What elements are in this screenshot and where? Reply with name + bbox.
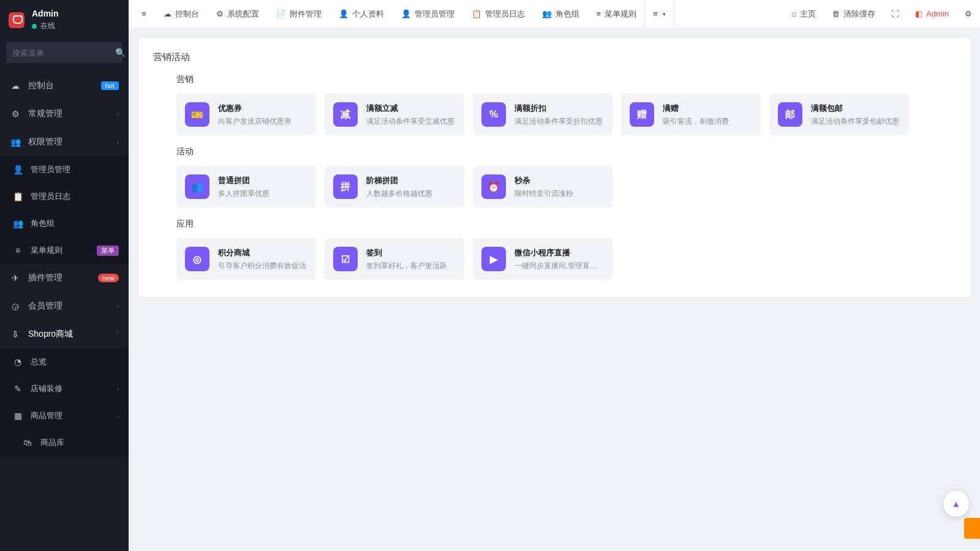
search-input[interactable]	[12, 48, 115, 58]
topbar-label: 菜单规则	[605, 9, 636, 20]
sidebar-subitem-店铺装修[interactable]: ✎店铺装修›	[0, 375, 129, 402]
topbar-item-清除缓存[interactable]: 🗑清除缓存	[824, 0, 883, 28]
topbar-item-控制台[interactable]: ☁控制台	[156, 0, 207, 28]
panel: 营销活动 营销🎫优惠券向客户发送店铺优惠券减满额立减满足活动条件享受立减优惠%满…	[138, 38, 970, 297]
user-block[interactable]: Admin 在线	[32, 9, 59, 31]
chevron-icon: ›	[117, 386, 119, 392]
chevron-icon: ›	[117, 413, 119, 419]
sidebar-subitem-管理员日志[interactable]: 📋管理员日志	[0, 183, 129, 210]
topbar-item-附件管理[interactable]: 📄附件管理	[268, 0, 330, 28]
card-desc: 满足活动条件享受包邮优惠	[811, 116, 899, 127]
sidebar-header: Admin 在线	[0, 0, 129, 37]
card-积分商城[interactable]: ◎积分商城引导客户积分消费有效促活	[176, 238, 316, 280]
card-desc: 人数越多价格越优惠	[366, 189, 432, 199]
chevron-icon: ›	[117, 111, 119, 118]
card-满额立减[interactable]: 减满额立减满足活动条件享受立减优惠	[325, 94, 464, 135]
card-desc: 向客户发送店铺优惠券	[218, 116, 292, 127]
card-icon: 减	[333, 102, 358, 127]
side-tag[interactable]	[964, 518, 980, 539]
list-icon: ≡	[653, 9, 658, 18]
badge: new	[98, 274, 119, 282]
sidebar-subitem-商品管理[interactable]: ▦商品管理›	[0, 402, 129, 429]
sidebar-menu: ☁控制台hot⚙常规管理›👥权限管理›👤管理员管理📋管理员日志👥角色组≡菜单规则…	[0, 72, 129, 456]
card-text: 满额折扣满足活动条件享受折扣优惠	[514, 103, 603, 127]
topbar-item-管理员管理[interactable]: 👤管理员管理	[393, 0, 462, 28]
topbar-item-⚙[interactable]: ⚙	[957, 0, 980, 28]
brand-logo	[9, 12, 24, 28]
card-icon: ▶	[481, 247, 506, 271]
topbar-item-角色组[interactable]: 👥角色组	[534, 0, 587, 28]
card-icon: 邮	[778, 102, 802, 127]
search-icon[interactable]: 🔍	[115, 48, 126, 58]
sidebar-subitem-总览[interactable]: ◔总览	[0, 348, 129, 375]
status-text: 在线	[40, 21, 55, 31]
card-text: 优惠券向客户发送店铺优惠券	[218, 103, 292, 127]
sidebar: Admin 在线 🔍 ☁控制台hot⚙常规管理›👥权限管理›👤管理员管理📋管理员…	[0, 0, 129, 551]
section-title-应用: 应用	[176, 219, 956, 230]
topbar-item-管理员日志[interactable]: 📋管理员日志	[464, 0, 533, 28]
topbar-dropdown[interactable]: ≡ ▾	[644, 0, 674, 28]
topbar-item-主页[interactable]: ⌂主页	[783, 0, 824, 28]
topbar-label: 主页	[800, 9, 816, 20]
menu-icon: 👤	[12, 165, 23, 174]
chevron-icon: ˅	[116, 331, 119, 338]
card-desc: 吸引客流，刺激消费	[663, 116, 729, 127]
card-desc: 签到享好礼，客户更活跃	[366, 261, 447, 271]
card-grid: 👥普通拼团多人拼团享优惠拼阶梯拼团人数越多价格越优惠⏰秒杀限时特卖引流涨粉	[153, 166, 956, 208]
menu-label: 权限管理	[28, 137, 117, 148]
topbar-item-个人资料[interactable]: 👤个人资料	[331, 0, 392, 28]
sidebar-subitem-角色组[interactable]: 👥角色组	[0, 210, 129, 237]
topbar-item-系统配置[interactable]: ⚙系统配置	[208, 0, 267, 28]
topbar-item-菜单规则[interactable]: ≡菜单规则	[589, 0, 645, 28]
card-icon: 🎫	[185, 102, 209, 127]
sidebar-item-控制台[interactable]: ☁控制台hot	[0, 72, 129, 100]
card-desc: 引导客户积分消费有效促活	[218, 261, 306, 271]
card-满额包邮[interactable]: 邮满额包邮满足活动条件享受包邮优惠	[769, 94, 909, 135]
card-微信小程序直播[interactable]: ▶微信小程序直播一键同步直播间,管理直播间	[473, 238, 612, 280]
sidebar-item-权限管理[interactable]: 👥权限管理›	[0, 128, 129, 156]
card-title: 满额包邮	[811, 103, 899, 114]
sidebar-item-会员管理[interactable]: ◶会员管理›	[0, 292, 129, 320]
sidebar-search[interactable]: 🔍	[6, 42, 123, 63]
menu-label: 角色组	[31, 218, 119, 229]
badge: 菜单	[97, 246, 119, 256]
card-阶梯拼团[interactable]: 拼阶梯拼团人数越多价格越优惠	[325, 166, 464, 208]
topbar-icon: ⚙	[216, 9, 224, 18]
float-action-button[interactable]: ▲	[943, 491, 969, 517]
sidebar-item-常规管理[interactable]: ⚙常规管理›	[0, 100, 129, 128]
topbar-label: 附件管理	[290, 9, 322, 20]
topbar-icon: ⌂	[791, 9, 796, 18]
menu-icon: 👥	[10, 137, 21, 147]
card-desc: 满足活动条件享受立减优惠	[366, 116, 454, 127]
topbar-item-≡[interactable]: ≡	[134, 0, 154, 28]
card-title: 签到	[366, 247, 447, 258]
status-dot-icon	[32, 24, 37, 29]
topbar-item-⛶[interactable]: ⛶	[883, 0, 907, 28]
sidebar-subitem-商品库[interactable]: 🛍商品库	[0, 429, 129, 456]
card-grid: 🎫优惠券向客户发送店铺优惠券减满额立减满足活动条件享受立减优惠%满额折扣满足活动…	[153, 94, 956, 135]
sidebar-subitem-管理员管理[interactable]: 👤管理员管理	[0, 156, 129, 183]
card-满额折扣[interactable]: %满额折扣满足活动条件享受折扣优惠	[473, 94, 612, 135]
card-icon: 👥	[185, 174, 209, 199]
card-优惠券[interactable]: 🎫优惠券向客户发送店铺优惠券	[176, 94, 316, 135]
topbar-icon: ☁	[164, 9, 172, 18]
topbar-label: 管理员管理	[415, 9, 454, 20]
main: ≡☁控制台⚙系统配置📄附件管理👤个人资料👤管理员管理📋管理员日志👥角色组≡菜单规…	[129, 0, 980, 551]
topbar-icon: 👤	[401, 9, 411, 18]
sidebar-item-插件管理[interactable]: ✈插件管理new	[0, 264, 129, 292]
card-text: 满额立减满足活动条件享受立减优惠	[366, 103, 454, 127]
card-秒杀[interactable]: ⏰秒杀限时特卖引流涨粉	[473, 166, 612, 208]
menu-icon: ☁	[10, 81, 21, 91]
card-text: 阶梯拼团人数越多价格越优惠	[366, 175, 432, 199]
page-title: 营销活动	[153, 51, 956, 63]
card-icon: ⏰	[481, 174, 506, 199]
topbar-item-Admin[interactable]: ◧Admin	[907, 0, 957, 28]
topbar-label: 清除缓存	[843, 9, 875, 20]
content: 营销活动 营销🎫优惠券向客户发送店铺优惠券减满额立减满足活动条件享受立减优惠%满…	[129, 28, 980, 551]
card-满赠[interactable]: 赠满赠吸引客流，刺激消费	[621, 94, 761, 135]
menu-label: 控制台	[28, 80, 101, 91]
card-签到[interactable]: ☑签到签到享好礼，客户更活跃	[325, 238, 464, 280]
card-普通拼团[interactable]: 👥普通拼团多人拼团享优惠	[176, 166, 316, 208]
sidebar-subitem-菜单规则[interactable]: ≡菜单规则菜单	[0, 237, 129, 264]
sidebar-item-Shopro商城[interactable]: ⇩Shopro商城˅	[0, 320, 129, 348]
